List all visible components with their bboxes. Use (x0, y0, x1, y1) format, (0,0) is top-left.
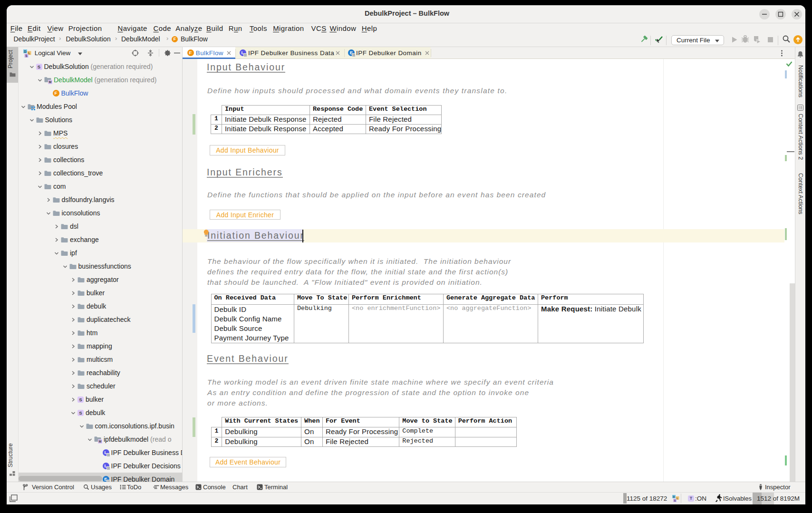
svg-text:D: D (673, 495, 675, 498)
svg-text:S: S (25, 54, 28, 58)
svg-text:D: D (24, 50, 27, 53)
svg-text:S: S (674, 499, 676, 502)
svg-text:L: L (29, 51, 30, 55)
